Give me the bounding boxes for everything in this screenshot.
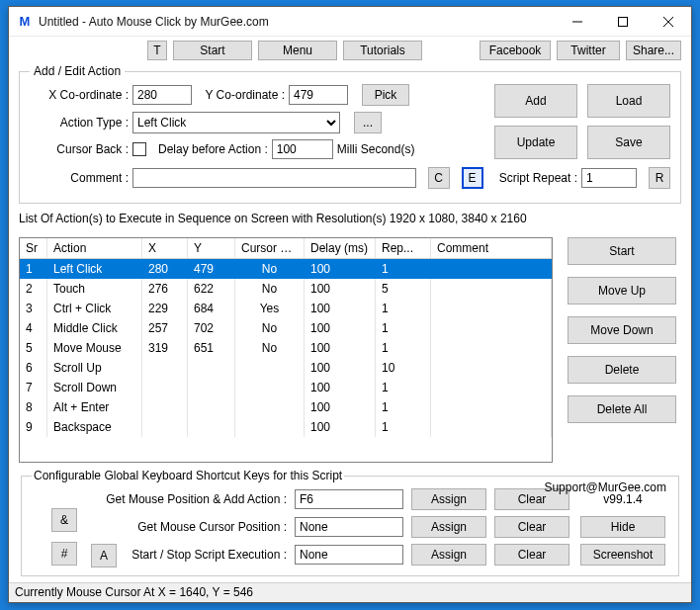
table-row[interactable]: 1Left Click280479No1001 [20,259,552,279]
assign-button-1[interactable]: Assign [411,488,486,510]
table-cell [431,318,552,338]
ellipsis-button[interactable]: ... [354,112,382,133]
table-cell: No [235,338,305,358]
table-cell [431,259,552,279]
table-cell: Yes [235,299,305,318]
side-buttons: Start Move Up Move Down Delete Delete Al… [563,237,681,463]
table-row[interactable]: 3Ctrl + Click229684Yes1001 [20,299,552,318]
table-row[interactable]: 4Middle Click257702No1001 [20,318,552,338]
table-cell: 100 [305,338,376,358]
x-coord-input[interactable] [132,85,192,105]
th-cursor-back: Cursor B... [235,238,305,258]
table-row[interactable]: 9Backspace1001 [20,417,552,437]
table-row[interactable]: 7Scroll Down1001 [20,378,552,397]
hide-button[interactable]: Hide [580,516,665,538]
add-button[interactable]: Add [494,84,577,118]
th-comment: Comment [431,238,552,258]
table-cell: 8 [20,397,47,417]
save-button[interactable]: Save [587,126,670,159]
assign-button-2[interactable]: Assign [411,516,486,538]
load-button[interactable]: Load [587,84,670,118]
comment-input[interactable] [132,168,416,188]
table-cell: Alt + Enter [47,397,142,417]
table-row[interactable]: 8Alt + Enter1001 [20,397,552,417]
start-stop-input[interactable] [295,545,403,565]
delete-all-button[interactable]: Delete All [568,395,676,423]
table-cell: 1 [376,417,431,437]
add-edit-legend: Add / Edit Action [30,64,125,78]
clear-button-3[interactable]: Clear [494,544,569,566]
t-button[interactable]: T [147,41,167,60]
close-icon [663,17,673,27]
toolbar-left: T Start Menu Tutorials [147,41,422,60]
toolbar-tutorials-button[interactable]: Tutorials [343,41,422,60]
table-cell: 1 [20,259,47,279]
table-row[interactable]: 5Move Mouse319651No1001 [20,338,552,358]
table-cell: 702 [188,318,235,338]
toolbar-facebook-button[interactable]: Facebook [480,41,551,60]
pick-button[interactable]: Pick [362,84,409,106]
table-cell: Left Click [47,259,142,279]
cursor-back-checkbox[interactable] [132,142,146,156]
get-cursor-input[interactable] [295,517,403,537]
minimize-button[interactable] [555,7,600,36]
milli-label: Milli Second(s) [337,142,415,156]
hash-button[interactable]: # [51,542,77,566]
table-cell [431,397,552,417]
a-button[interactable]: A [91,544,117,567]
r-button[interactable]: R [649,167,670,189]
maximize-button[interactable] [600,7,646,36]
assign-button-3[interactable]: Assign [411,544,486,566]
clear-button-2[interactable]: Clear [494,516,569,538]
y-coord-input[interactable] [289,85,348,105]
close-button[interactable] [646,7,691,36]
table-cell: 257 [142,318,188,338]
window-controls [555,7,691,36]
delay-input[interactable] [272,139,333,159]
table-row[interactable]: 2Touch276622No1005 [20,279,552,299]
table-cell: Touch [47,279,142,299]
e-button[interactable]: E [462,167,483,189]
action-type-select[interactable]: Left Click [132,112,340,133]
toolbar-twitter-button[interactable]: Twitter [557,41,620,60]
shortcuts-fieldset: Configurable Global Keyboard Shortcut Ke… [21,469,679,576]
start-script-button[interactable]: Start [568,237,676,265]
toolbar-menu-button[interactable]: Menu [258,41,337,60]
table-cell: 651 [188,338,235,358]
get-pos-add-label: Get Mouse Position & Add Action : [32,492,287,506]
window-title: Untitled - Auto Mouse Click by MurGee.co… [39,15,555,29]
title-bar: M Untitled - Auto Mouse Click by MurGee.… [9,7,691,37]
version-label: v99.1.4 [577,492,668,506]
c-button[interactable]: C [428,167,450,189]
get-pos-add-input[interactable] [295,489,403,509]
table-cell: 479 [188,259,235,279]
list-caption: List Of Action(s) to Execute in Sequence… [19,212,681,225]
delete-button[interactable]: Delete [568,356,676,384]
amp-button[interactable]: & [51,508,77,532]
table-cell: 3 [20,299,47,318]
table-cell: 100 [305,417,376,437]
table-cell [431,338,552,358]
table-cell [188,417,235,437]
table-body[interactable]: 1Left Click280479No10012Touch276622No100… [20,259,552,462]
toolbar: T Start Menu Tutorials Facebook Twitter … [9,37,691,60]
actions-table[interactable]: Sr Action X Y Cursor B... Delay (ms) Rep… [19,237,553,463]
script-repeat-input[interactable] [581,168,637,188]
maximize-icon [618,17,628,27]
table-cell [235,358,305,378]
client-area: Add / Edit Action X Co-ordinate : Y Co-o… [9,60,691,582]
toolbar-start-button[interactable]: Start [173,41,252,60]
move-up-button[interactable]: Move Up [568,277,676,305]
table-cell: 684 [188,299,235,318]
support-link[interactable]: Support@MurGee.com [544,480,666,494]
toolbar-share-button[interactable]: Share... [626,41,681,60]
move-down-button[interactable]: Move Down [568,316,676,344]
shortcuts-legend: Configurable Global Keyboard Shortcut Ke… [32,469,344,482]
table-cell: 100 [305,397,376,417]
table-row[interactable]: 6Scroll Up10010 [20,358,552,378]
table-cell: Move Mouse [47,338,142,358]
update-button[interactable]: Update [494,126,577,159]
screenshot-button[interactable]: Screenshot [580,544,665,566]
table-cell: 1 [376,338,431,358]
comment-label: Comment : [30,171,129,185]
